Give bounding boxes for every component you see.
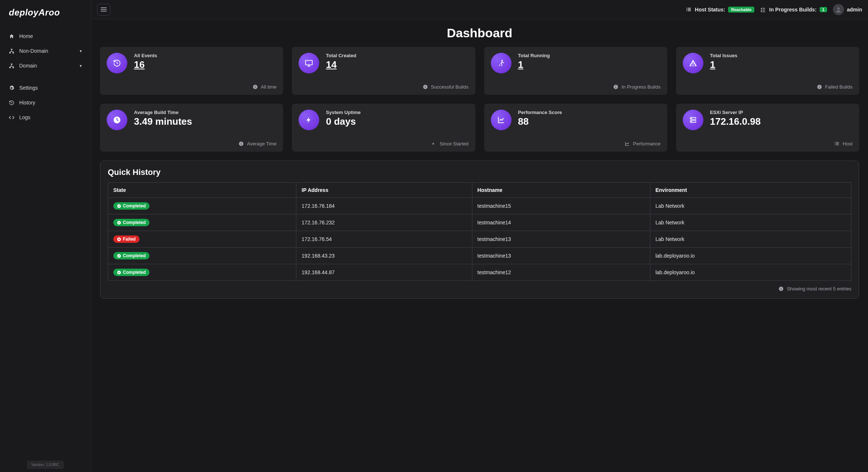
chevron-down-icon: ▾ <box>80 49 82 54</box>
svg-rect-38 <box>835 142 836 143</box>
svg-point-29 <box>819 86 819 86</box>
nav-label: Home <box>19 33 33 39</box>
card-value: 3.49 minutes <box>134 116 276 127</box>
cell-hostname: testmachine13 <box>472 248 650 264</box>
chart-icon <box>491 110 512 130</box>
in-progress-builds[interactable]: In Progress Builds: 1 <box>760 7 827 13</box>
svg-rect-13 <box>686 10 687 11</box>
card-value[interactable]: 14 <box>326 59 468 70</box>
stat-card: Performance Score88Performance <box>484 104 667 152</box>
status-badge: Completed <box>113 252 149 259</box>
cell-hostname: testmachine14 <box>472 214 650 231</box>
card-foot: Average Time <box>107 141 276 147</box>
info-icon <box>253 85 259 89</box>
card-value: 88 <box>518 116 661 127</box>
card-value[interactable]: 1 <box>518 59 661 70</box>
cell-env: Lab Network <box>650 231 851 248</box>
svg-rect-21 <box>425 86 426 88</box>
svg-point-33 <box>241 142 241 143</box>
cell-ip: 172.16.76.232 <box>296 214 472 231</box>
cell-env: Lab Network <box>650 214 851 231</box>
svg-rect-50 <box>781 288 781 290</box>
history-footer: Showing most recent 5 entries <box>108 286 851 292</box>
running-icon <box>491 53 512 73</box>
svg-point-23 <box>501 60 503 61</box>
cell-ip: 172.16.76.184 <box>296 198 472 214</box>
sidebar: deployAroo Home Non-Domain ▾ Domain <box>0 0 91 472</box>
cell-ip: 192.168.44.87 <box>296 264 472 281</box>
username: admin <box>847 7 862 13</box>
version-badge: Version: 1.0.0RC <box>27 461 64 469</box>
card-foot: Successful Builds <box>299 84 468 90</box>
nav-nondomain[interactable]: Non-Domain ▾ <box>0 44 91 58</box>
table-row[interactable]: Completed192.168.43.23testmachine13lab.d… <box>108 248 851 264</box>
host-status-badge: Reachable <box>728 7 754 13</box>
stat-card: Average Build Time3.49 minutesAverage Ti… <box>100 104 283 152</box>
toggle-sidebar-button[interactable] <box>97 4 110 15</box>
nav-label: Settings <box>19 85 38 91</box>
card-foot-text: Performance <box>633 141 660 147</box>
page-title: Dashboard <box>100 26 859 40</box>
svg-rect-42 <box>835 145 836 145</box>
status-badge: Completed <box>113 202 149 210</box>
in-progress-count: 1 <box>820 7 827 12</box>
cell-state: Failed <box>108 231 296 248</box>
table-row[interactable]: Completed192.168.44.87testmachine12lab.d… <box>108 264 851 281</box>
table-row[interactable]: Failed172.16.76.54testmachine13Lab Netwo… <box>108 231 851 248</box>
card-value: 0 days <box>326 116 468 127</box>
panel-title: Quick History <box>108 168 851 177</box>
card-value[interactable]: 16 <box>134 59 276 70</box>
table-row[interactable]: Completed172.16.76.232testmachine14Lab N… <box>108 214 851 231</box>
history-table: State IP Address Hostname Environment Co… <box>108 182 851 281</box>
card-value[interactable]: 1 <box>710 59 852 70</box>
svg-rect-11 <box>686 9 687 10</box>
svg-point-18 <box>255 86 255 86</box>
card-foot-text: Average Time <box>247 141 276 147</box>
nav-settings[interactable]: Settings <box>0 80 91 95</box>
nav-logs[interactable]: Logs <box>0 110 91 125</box>
status-badge: Failed <box>113 235 140 243</box>
svg-rect-14 <box>688 10 690 11</box>
svg-rect-32 <box>241 143 241 145</box>
user-menu[interactable]: admin <box>833 4 862 15</box>
svg-rect-43 <box>836 145 839 145</box>
cell-state: Completed <box>108 248 296 264</box>
col-environment: Environment <box>650 183 851 198</box>
svg-rect-4 <box>9 67 11 68</box>
svg-point-51 <box>781 287 781 288</box>
card-label: Total Created <box>326 53 468 58</box>
nav-domain[interactable]: Domain ▾ <box>0 58 91 73</box>
card-foot-text: Successful Builds <box>431 84 469 90</box>
nav: Home Non-Domain ▾ Domain ▾ <box>0 25 91 461</box>
cell-hostname: testmachine15 <box>472 198 650 214</box>
info-icon <box>779 286 785 291</box>
card-foot: In Progress Builds <box>491 84 661 90</box>
stats-cards: All Events16All timeTotal Created14Succe… <box>100 47 859 152</box>
svg-point-26 <box>616 86 616 86</box>
table-row[interactable]: Completed172.16.76.184testmachine15Lab N… <box>108 198 851 214</box>
host-status[interactable]: Host Status: Reachable <box>686 7 754 13</box>
nav-label: Non-Domain <box>19 48 48 54</box>
col-state: State <box>108 183 296 198</box>
gear-icon <box>9 85 15 91</box>
card-foot-text: Host <box>843 141 852 147</box>
bolt-icon <box>299 110 319 130</box>
nav-history[interactable]: History <box>0 95 91 110</box>
card-value: 172.16.0.98 <box>710 116 852 127</box>
svg-rect-12 <box>688 9 690 10</box>
desktop-icon <box>299 53 319 73</box>
brand-logo: deployAroo <box>0 0 91 25</box>
svg-rect-7 <box>101 9 107 10</box>
svg-point-37 <box>691 121 692 122</box>
info-icon <box>423 85 429 89</box>
chart-icon <box>625 141 631 146</box>
topbar: Host Status: Reachable In Progress Build… <box>91 0 868 19</box>
cell-hostname: testmachine13 <box>472 231 650 248</box>
svg-rect-2 <box>13 52 14 53</box>
cell-state: Completed <box>108 264 296 281</box>
cell-state: Completed <box>108 214 296 231</box>
card-foot: Performance <box>491 141 661 147</box>
nav-home[interactable]: Home <box>0 29 91 44</box>
col-hostname: Hostname <box>472 183 650 198</box>
card-label: Total Running <box>518 53 661 58</box>
